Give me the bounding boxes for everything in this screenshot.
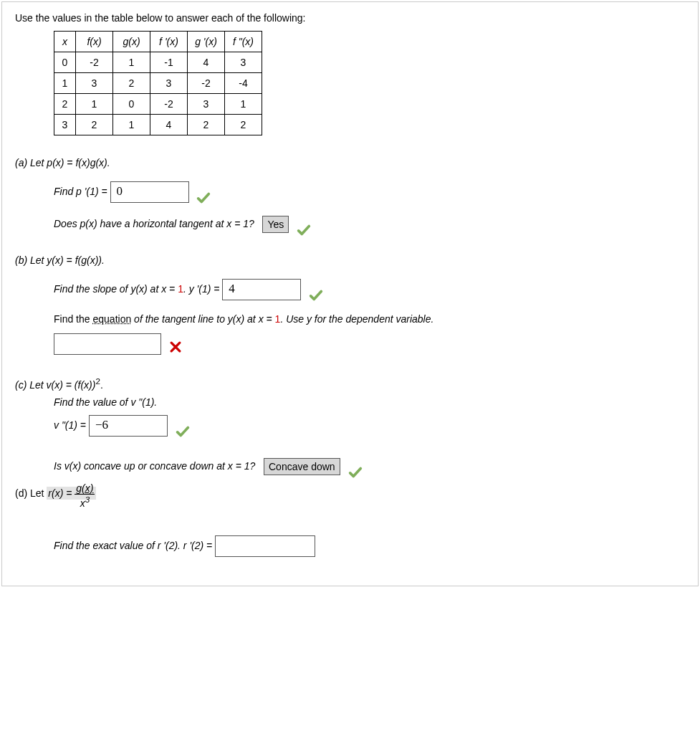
- part-c-v: v "(1) = −6: [54, 415, 685, 437]
- part-c-def-pre: (c) Let v(x) = (f(x)): [15, 379, 95, 391]
- part-a-hq-text: Does p(x) have a horizontal tangent at x…: [54, 218, 254, 229]
- part-c-concave-q: Is v(x) concave up or concave down at x …: [54, 459, 255, 471]
- th-fpx: f '(x): [150, 32, 188, 52]
- check-icon: [308, 287, 324, 303]
- part-b-def: (b) Let y(x) = f(g(x)).: [15, 254, 105, 266]
- prompt-text: Use the values in the table below to ans…: [15, 12, 685, 24]
- table-header-row: x f(x) g(x) f '(x) g '(x) f "(x): [54, 32, 262, 52]
- part-b-slope-pre: Find the slope of y(x) at x =: [54, 283, 178, 295]
- part-c-v-input[interactable]: −6: [89, 415, 168, 437]
- part-b: (b) Let y(x) = f(g(x)). Find the slope o…: [15, 254, 685, 355]
- part-d: (d) Let r(x) = g(x) x3 Find the exact va…: [15, 481, 685, 558]
- fraction: g(x) x3: [75, 482, 95, 509]
- part-b-eq-input[interactable]: [54, 333, 161, 355]
- part-b-eq-pre: Find the: [54, 313, 92, 325]
- redone: 1: [178, 283, 183, 295]
- part-d-find-label: Find the exact value of r '(2). r '(2) =: [54, 540, 212, 551]
- check-icon: [347, 464, 363, 480]
- part-c-find-label: Find the value of v "(1).: [54, 396, 685, 408]
- part-d-def-pre: (d) Let: [15, 487, 44, 499]
- th-gx: g(x): [113, 32, 150, 52]
- cross-icon: [168, 340, 183, 354]
- part-a-answer-input[interactable]: 0: [110, 181, 189, 203]
- part-c-concave: Is v(x) concave up or concave down at x …: [54, 458, 685, 475]
- part-a-def: (a) Let p(x) = f(x)g(x).: [15, 157, 110, 168]
- check-icon: [196, 190, 211, 206]
- table-row: 2 1 0 -2 3 1: [54, 94, 262, 115]
- th-fx: f(x): [76, 32, 113, 52]
- part-b-eq: Find the equation of the tangent line to…: [54, 313, 685, 355]
- table-row: 0 -2 1 -1 4 3: [54, 52, 262, 73]
- check-icon: [296, 222, 312, 238]
- table-row: 1 3 2 3 -2 -4: [54, 73, 262, 94]
- part-a-find: Find p '(1) = 0: [54, 181, 685, 203]
- part-c-def-post: .: [100, 379, 103, 391]
- table-row: 3 2 1 4 2 2: [54, 115, 262, 135]
- part-b-eq-post: of the tangent line to y(x) at x =: [131, 313, 274, 325]
- part-d-find: Find the exact value of r '(2). r '(2) =: [54, 535, 685, 557]
- frac-den: x3: [75, 495, 95, 509]
- part-d-r-hl: r(x) = g(x) x3: [47, 487, 96, 500]
- part-b-slope-post: . y '(1) =: [183, 283, 220, 295]
- th-gpx: g '(x): [188, 32, 225, 52]
- part-c-concave-select[interactable]: Concave down: [264, 458, 340, 475]
- equation-link[interactable]: equation: [92, 313, 131, 325]
- data-table: x f(x) g(x) f '(x) g '(x) f "(x) 0 -2 1 …: [54, 31, 262, 135]
- part-b-eq-tail: . Use y for the dependent variable.: [280, 313, 433, 325]
- question-container: Use the values in the table below to ans…: [1, 1, 699, 586]
- part-a-horizontal-q: Does p(x) have a horizontal tangent at x…: [54, 216, 685, 233]
- part-b-slope-input[interactable]: 4: [222, 279, 301, 300]
- part-b-slope: Find the slope of y(x) at x = 1. y '(1) …: [54, 279, 685, 300]
- frac-num: g(x): [75, 482, 95, 495]
- part-c-v-label: v "(1) =: [54, 419, 86, 430]
- th-x: x: [54, 32, 76, 52]
- part-d-r-eq: r(x) =: [48, 487, 72, 499]
- part-d-answer-input[interactable]: [215, 535, 315, 557]
- part-a: (a) Let p(x) = f(x)g(x). Find p '(1) = 0…: [15, 157, 685, 233]
- part-a-find-label: Find p '(1) =: [54, 186, 107, 197]
- check-icon: [175, 424, 191, 439]
- part-a-hq-select[interactable]: Yes: [262, 216, 289, 233]
- part-c: (c) Let v(x) = (f(x))2. Find the value o…: [15, 376, 685, 475]
- th-fppx: f "(x): [225, 32, 262, 52]
